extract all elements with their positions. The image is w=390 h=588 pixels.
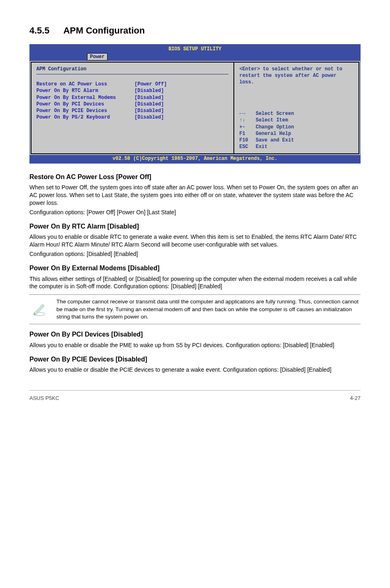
- bios-key: ↑↓: [239, 117, 256, 123]
- bios-row-value: [Disabled]: [134, 108, 164, 114]
- setting-heading: Restore On AC Power Loss [Power Off]: [29, 173, 361, 182]
- setting-heading: Power On By PCI Devices [Disabled]: [29, 330, 361, 339]
- setting-paragraph: Allows you to enable or disable the PME …: [29, 341, 361, 349]
- setting-paragraph: Allows you to enable or disable RTC to g…: [29, 233, 361, 249]
- bios-row-label: Restore on AC Power Loss: [36, 81, 134, 88]
- setting-paragraph: This allows either settings of [Enabled]…: [29, 275, 361, 291]
- note-block: The computer cannot receive or transmit …: [29, 294, 361, 324]
- bios-key-row: F1General Help: [239, 130, 354, 137]
- bios-title: BIOS SETUP UTILITY: [30, 45, 360, 53]
- footer-left: ASUS P5KC: [29, 395, 59, 402]
- bios-row-label: Power On By PCI Devices: [36, 101, 134, 108]
- bios-right-panel: <Enter> to select whether or not to rest…: [234, 62, 359, 154]
- bios-row-label: Power On By PS/2 Keyboard: [36, 114, 134, 121]
- bios-row: Power On By PS/2 Keyboard [Disabled]: [36, 114, 229, 121]
- bios-row-value: [Disabled]: [134, 101, 164, 108]
- bios-separator: [36, 74, 229, 74]
- bios-row: Power On By External Modems [Disabled]: [36, 94, 229, 101]
- bios-key: ESC: [239, 144, 256, 150]
- bios-body: APM Configuration Restore on AC Power Lo…: [30, 61, 360, 155]
- section-title: 4.5.5APM Configuration: [29, 25, 361, 37]
- bios-key-row: F10Save and Exit: [239, 137, 354, 144]
- setting-paragraph: Configuration options: [Power Off] [Powe…: [29, 209, 361, 216]
- setting-paragraph: When set to Power Off, the system goes i…: [29, 184, 361, 207]
- bios-key-desc: Select Item: [256, 117, 288, 123]
- bios-row: Power On By PCIE Devices [Disabled]: [36, 108, 229, 114]
- bios-row-value: [Disabled]: [134, 94, 164, 101]
- bios-key-desc: Change Option: [256, 124, 294, 130]
- svg-line-3: [36, 305, 44, 313]
- bios-key-desc: Exit: [256, 144, 267, 150]
- setting-paragraph: Allows you to enable or disable the PCIE…: [29, 366, 361, 374]
- section-name: APM Configuration: [63, 25, 145, 36]
- bios-key-desc: Save and Exit: [256, 137, 294, 144]
- bios-key-row: ↑↓Select Item: [239, 117, 354, 123]
- bios-key: +-: [239, 124, 256, 130]
- page-footer: ASUS P5KC 4-27: [29, 390, 361, 402]
- bios-key-desc: General Help: [256, 130, 291, 137]
- note-text: The computer cannot receive or transmit …: [56, 298, 361, 321]
- bios-key: F10: [239, 137, 256, 144]
- bios-footer: v02.58 (C)Copyright 1985-2007, American …: [30, 155, 360, 163]
- bios-screenshot: BIOS SETUP UTILITY Power APM Configurati…: [29, 44, 361, 164]
- bios-key: ←→: [239, 110, 256, 117]
- setting-heading: Power On By External Modems [Disabled]: [29, 264, 361, 273]
- bios-key: F1: [239, 130, 256, 137]
- setting-heading: Power On By PCIE Devices [Disabled]: [29, 355, 361, 364]
- bios-row-label: Power On By PCIE Devices: [36, 108, 134, 114]
- bios-row-value: [Disabled]: [134, 88, 164, 94]
- bios-left-panel: APM Configuration Restore on AC Power Lo…: [31, 62, 234, 154]
- bios-key-desc: Select Screen: [256, 110, 294, 117]
- setting-paragraph: Configuration options: [Disabled] [Enabl…: [29, 250, 361, 258]
- bios-key-row: ESCExit: [239, 144, 354, 150]
- setting-heading: Power On By RTC Alarm [Disabled]: [29, 222, 361, 231]
- bios-row: Power On By PCI Devices [Disabled]: [36, 101, 229, 108]
- bios-row: Power On By RTC Alarm [Disabled]: [36, 88, 229, 94]
- bios-panel-heading: APM Configuration: [36, 66, 229, 72]
- bios-row-value: [Disabled]: [134, 114, 164, 121]
- bios-key-row: ←→Select Screen: [239, 110, 354, 117]
- bios-row-value: [Power Off]: [134, 81, 167, 88]
- bios-tab-power: Power: [87, 53, 108, 61]
- pencil-icon: [29, 298, 49, 317]
- bios-row-label: Power On By External Modems: [36, 94, 134, 101]
- bios-key-row: +-Change Option: [239, 124, 354, 130]
- bios-key-legend: ←→Select Screen ↑↓Select Item +-Change O…: [239, 110, 354, 150]
- bios-row: Restore on AC Power Loss [Power Off]: [36, 81, 229, 88]
- footer-right: 4-27: [350, 395, 361, 402]
- bios-help-text: <Enter> to select whether or not to rest…: [239, 66, 354, 86]
- bios-tabs: Power: [30, 53, 360, 60]
- bios-row-label: Power On By RTC Alarm: [36, 88, 134, 94]
- section-number: 4.5.5: [29, 25, 49, 37]
